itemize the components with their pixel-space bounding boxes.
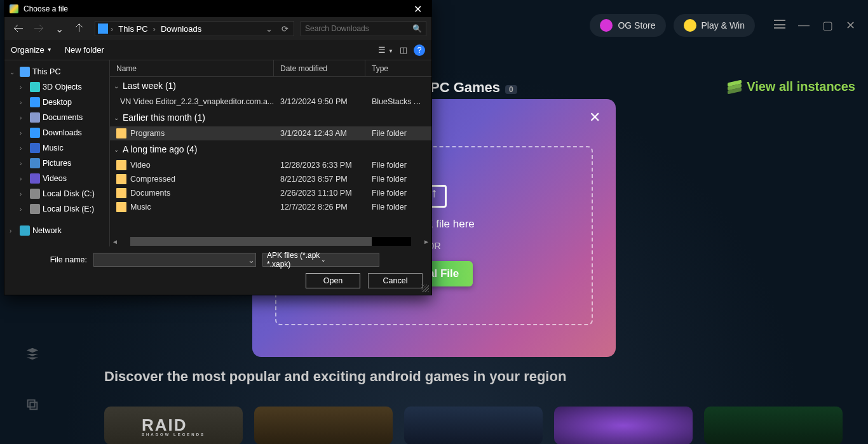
game-card[interactable] [404, 407, 543, 444]
column-headers: Name Date modified Type [110, 60, 431, 77]
tree-item[interactable]: ›Desktop [4, 95, 109, 110]
path-segment-downloads[interactable]: Downloads [158, 24, 204, 34]
tree-item[interactable]: ›Network [4, 223, 109, 238]
view-mode-button[interactable]: ☰ ▼ [378, 45, 393, 55]
file-group-header[interactable]: ⌄Earlier this month (1) [110, 109, 431, 126]
address-bar[interactable]: › This PC › Downloads ⌄ ⟳ [95, 21, 294, 36]
file-row[interactable]: Compressed8/21/2023 8:57 PMFile folder [110, 172, 431, 186]
help-button[interactable]: ? [414, 44, 425, 56]
play-win-label: Play & Win [702, 20, 745, 30]
game-card[interactable]: RAIDSHADOW LEGENDS [104, 407, 243, 444]
file-row[interactable]: Music12/7/2022 8:26 PMFile folder [110, 200, 431, 214]
minimize-button[interactable]: — [798, 18, 810, 32]
close-button[interactable]: ✕ [846, 18, 855, 32]
tree-item[interactable]: ⌄This PC [4, 64, 109, 79]
window-controls: — ▢ ✕ [774, 18, 855, 32]
tree-item[interactable]: ›Documents [4, 110, 109, 125]
play-win-button[interactable]: Play & Win [674, 14, 755, 37]
modal-close-button[interactable]: ✕ [589, 109, 600, 126]
scrollbar-thumb[interactable] [130, 237, 372, 246]
new-folder-button[interactable]: New folder [65, 45, 104, 55]
menu-button[interactable] [774, 18, 785, 32]
pc-games-heading: PC Games0 [430, 79, 517, 96]
folder-tree[interactable]: ⌄This PC›3D Objects›Desktop›Documents›Do… [4, 60, 110, 246]
search-input[interactable] [305, 24, 412, 33]
horizontal-scrollbar[interactable]: ◄ ► [110, 236, 431, 246]
file-row[interactable]: Programs3/1/2024 12:43 AMFile folder [110, 126, 431, 140]
game-card[interactable] [554, 407, 693, 444]
file-row[interactable]: Documents2/26/2023 11:10 PMFile folder [110, 186, 431, 200]
dialog-body: ⌄This PC›3D Objects›Desktop›Documents›Do… [4, 60, 431, 246]
file-list[interactable]: ⌄Last week (1)VN Video Editor_2.2.3_vnap… [110, 77, 431, 236]
file-list-pane: Name Date modified Type ⌄Last week (1)VN… [110, 60, 431, 246]
file-row[interactable]: VN Video Editor_2.2.3_vnapkeditor.com.a.… [110, 95, 431, 109]
tree-item[interactable]: ›Music [4, 140, 109, 156]
downloads-icon [98, 24, 108, 34]
filetype-select[interactable]: APK files (*.apk *.xapk) ⌄ [262, 253, 379, 267]
og-store-button[interactable]: OG Store [590, 14, 665, 37]
file-group-header[interactable]: ⌄Last week (1) [110, 77, 431, 95]
game-card[interactable] [254, 407, 393, 444]
game-cards-row: RAIDSHADOW LEGENDS [104, 407, 843, 444]
app-icon [10, 4, 18, 13]
column-name[interactable]: Name [110, 60, 274, 76]
copy-icon[interactable] [24, 398, 41, 412]
filename-input[interactable] [94, 255, 247, 265]
dialog-close-button[interactable]: ✕ [409, 3, 426, 15]
file-group-header[interactable]: ⌄A long time ago (4) [110, 140, 431, 158]
file-chooser-dialog: Choose a file ✕ 🡠 🡢 ⌄ 🡡 › This PC › Down… [4, 0, 432, 295]
dialog-title: Choose a file [24, 4, 403, 13]
resize-grip[interactable] [421, 285, 429, 292]
dialog-footer: File name: ⌄ APK files (*.apk *.xapk) ⌄ … [4, 246, 431, 295]
view-all-instances-link[interactable]: View all instances [728, 79, 855, 94]
svg-rect-0 [28, 400, 35, 407]
left-sidebar [24, 347, 41, 412]
path-segment-thispc[interactable]: This PC [116, 24, 150, 34]
dialog-titlebar: Choose a file ✕ [4, 1, 431, 17]
maximize-button[interactable]: ▢ [822, 18, 833, 32]
open-button[interactable]: Open [306, 273, 360, 288]
tree-item[interactable]: ›3D Objects [4, 79, 109, 95]
filename-input-wrap: ⌄ [93, 253, 256, 267]
refresh-button[interactable]: ⟳ [279, 24, 291, 34]
og-store-icon [600, 19, 613, 32]
cancel-button[interactable]: Cancel [368, 273, 423, 288]
play-win-icon [684, 19, 696, 32]
filename-label: File name: [13, 255, 87, 264]
file-row[interactable]: Video12/28/2023 6:33 PMFile folder [110, 158, 431, 172]
preview-pane-button[interactable]: ◫ [400, 45, 407, 55]
column-date[interactable]: Date modified [274, 60, 365, 76]
path-history-button[interactable]: ⌄ [263, 24, 275, 34]
tree-item[interactable]: ›Videos [4, 171, 109, 186]
tree-item[interactable]: ›Local Disk (E:) [4, 201, 109, 217]
column-type[interactable]: Type [365, 60, 431, 76]
search-icon: 🔍 [412, 24, 422, 33]
discover-heading: Discover the most popular and exciting a… [104, 368, 566, 385]
filename-history-button[interactable]: ⌄ [247, 255, 255, 265]
nav-back-button[interactable]: 🡠 [10, 23, 27, 34]
library-icon[interactable] [24, 347, 41, 361]
organize-button[interactable]: Organize ▼ [11, 45, 52, 55]
search-box[interactable]: 🔍 [301, 21, 426, 36]
game-card[interactable] [704, 407, 843, 444]
og-store-label: OG Store [618, 20, 655, 30]
tree-item[interactable]: ›Pictures [4, 156, 109, 171]
app-topbar: OG Store Play & Win — ▢ ✕ [590, 0, 868, 51]
nav-bar: 🡠 🡢 ⌄ 🡡 › This PC › Downloads ⌄ ⟳ 🔍 [4, 17, 431, 40]
tree-item[interactable]: ›Local Disk (C:) [4, 186, 109, 201]
tree-item[interactable]: ›Downloads [4, 125, 109, 140]
pc-games-count: 0 [505, 85, 517, 94]
toolbar: Organize ▼ New folder ☰ ▼ ◫ ? [4, 40, 431, 60]
instances-icon [728, 81, 742, 93]
nav-recent-button[interactable]: ⌄ [50, 23, 68, 35]
nav-forward-button[interactable]: 🡢 [30, 23, 48, 34]
hamburger-icon [774, 20, 785, 29]
svg-rect-1 [30, 402, 37, 409]
nav-up-button[interactable]: 🡡 [71, 23, 88, 34]
